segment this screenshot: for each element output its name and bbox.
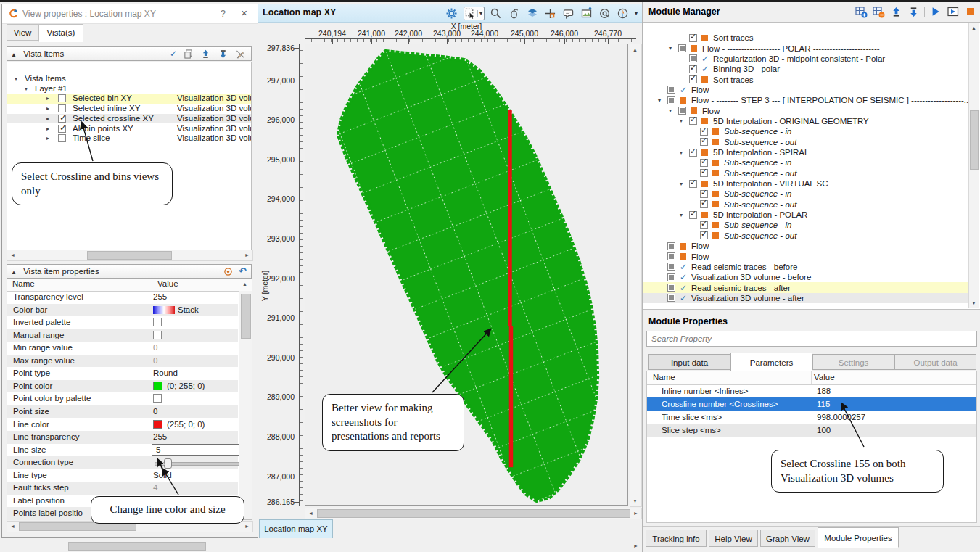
property-row[interactable]: Point color by palette [7,392,238,405]
expander-icon[interactable]: ▾ [680,118,689,124]
vista-item-properties-header[interactable]: ▲ Vista item properties ↶ [7,264,252,279]
module-tree-row[interactable]: ▾✓5D Interpolation - VIRTUAL SC [643,178,970,189]
checkbox[interactable] [678,107,686,115]
scrollbar-thumb[interactable] [241,294,251,339]
checkbox[interactable]: ✓ [689,211,697,219]
checkbox[interactable] [667,242,675,250]
move-up-icon[interactable] [889,6,902,18]
stop-icon[interactable] [964,6,977,18]
checkbox[interactable] [667,263,675,271]
module-tree-row[interactable]: Flow [643,241,970,251]
tab-view[interactable]: View [7,24,38,41]
expander-icon[interactable]: ▾ [15,74,17,84]
module-tree-row[interactable]: ✓Flow [643,85,970,95]
checkbox[interactable]: ✓ [700,169,708,177]
module-tree-row[interactable]: ✓Read seismic traces - before [643,262,970,272]
expander-icon[interactable]: ▾ [669,45,678,52]
module-tree-row[interactable]: ✓Sort traces [643,33,970,43]
checkbox[interactable] [667,96,675,104]
property-row[interactable]: Color barStack [7,304,238,317]
scroll-left-icon[interactable]: ◄ [10,252,15,258]
import-icon[interactable] [199,48,212,60]
scroll-right-icon[interactable]: ► [244,524,250,529]
module-tree-row[interactable]: ▾Flow [643,105,970,115]
run-icon[interactable] [929,6,942,18]
tab-location-map-xy[interactable]: Location map XY [259,519,333,538]
tab-module-properties[interactable]: Module Properties [818,527,899,548]
property-row[interactable]: Connection type [7,456,238,469]
mouse-pointer-icon[interactable] [508,7,521,20]
parameter-row[interactable]: Inline number <Inlines>188 [647,384,976,397]
property-row[interactable]: Line size5 [7,444,238,457]
tab-output-data[interactable]: Output data [894,354,976,370]
app-horizontal-scrollbar[interactable]: ► [0,540,642,551]
line-size-editor[interactable]: 5 [152,444,242,456]
tab-settings[interactable]: Settings [812,354,894,370]
scroll-right-icon[interactable]: ► [633,543,638,548]
scroll-down-icon[interactable]: ▼ [971,300,976,305]
chevron-down-icon[interactable]: ▾ [477,10,484,17]
module-tree-row[interactable]: ✓Sub-sequence - in [643,126,970,136]
zoom-area-icon[interactable] [598,7,612,20]
add-module-icon[interactable] [855,6,868,18]
expander-icon[interactable]: ▾ [680,181,689,187]
vista-items-section-header[interactable]: ▲ Vista items ✓ [7,46,252,61]
property-row[interactable]: Transparency level255 [7,291,238,304]
help-button[interactable]: ? [221,8,226,19]
checkbox[interactable] [667,86,675,94]
property-row[interactable]: Line transparency255 [7,431,238,444]
module-tree-row[interactable]: ✓Read seismic traces - after [643,282,970,292]
parameter-row[interactable]: Crossline number <Crosslines>115 [647,397,976,411]
module-tree-row[interactable]: ✓Regularization 3D - midpoint consistent… [643,54,970,64]
checkbox[interactable]: ✓ [689,75,697,83]
zoom-icon[interactable] [490,7,503,20]
property-row[interactable]: Inverted palette [7,316,238,329]
color-swatch[interactable] [153,382,162,390]
tree-node-vista-items[interactable]: ▾Vista Items [7,74,251,84]
crosshair-icon[interactable] [544,7,557,20]
checkbox[interactable] [667,294,675,302]
property-row[interactable]: Fault ticks step4 [7,482,238,495]
module-tree-scrollbar[interactable]: ▲ ▼ [968,23,979,308]
tab-help-view[interactable]: Help View [709,530,758,547]
remove-module-icon[interactable] [872,6,885,18]
module-tree-row[interactable]: ▾✓5D Interpolation - ORIGINAL GEOMETRY [643,116,970,126]
scroll-up-icon[interactable]: ▲ [971,25,976,30]
tab-tracking-info[interactable]: Tracking info [646,530,707,547]
checkbox[interactable] [58,94,66,102]
no-edit-icon[interactable] [234,48,247,60]
parameter-row[interactable]: Time slice <ms>998.0000257 [647,411,976,424]
expander-icon[interactable]: ▾ [680,149,689,156]
module-tree-row[interactable]: ✓Sub-sequence - in [643,189,970,199]
module-tree-row[interactable]: ✓Sort traces [643,74,970,84]
module-tree-row[interactable]: ✓Visualization 3D volume - after [643,293,970,303]
run-flow-icon[interactable] [947,6,960,18]
scroll-down-icon[interactable]: ▼ [633,498,638,503]
comment-icon[interactable] [562,7,575,20]
tab-parameters[interactable]: Parameters [730,353,812,371]
color-swatch[interactable] [153,420,162,429]
map-horizontal-scrollbar[interactable]: ◄ ► [305,508,642,519]
module-tree-row[interactable]: ✓Visualization 3D volume - before [643,272,970,282]
vista-item-row[interactable]: ▸Time sliceVisualization 3D volum [7,133,251,144]
expander-icon[interactable]: ▾ [658,97,667,104]
module-tree-row[interactable]: ✓Sub-sequence - in [643,157,970,168]
parameter-row[interactable]: Slice step <ms>100 [647,424,976,437]
checkbox[interactable]: ✓ [700,221,708,229]
checkbox[interactable]: ✓ [700,128,708,136]
collapse-icon[interactable]: ▲ [11,269,17,276]
apply-check-icon[interactable]: ✓ [170,47,177,60]
property-row[interactable]: Max range value0 [7,355,238,368]
expander-icon[interactable]: ▸ [46,133,49,144]
expander-icon[interactable]: ▸ [46,124,49,134]
module-tree-row[interactable]: ✓✓Binning 3D - polar [643,64,970,74]
scrollbar-thumb[interactable] [317,509,630,518]
gear-icon[interactable] [445,7,458,20]
expander-icon[interactable]: ▾ [680,212,689,218]
export-image-icon[interactable] [580,7,593,20]
move-down-icon[interactable] [907,6,920,18]
expander-icon[interactable]: ▸ [46,94,49,104]
vista-item-row[interactable]: ▸Selected bin XYVisualization 3D volum [7,94,251,104]
colorbar-swatch[interactable] [153,306,175,314]
copy-icon[interactable] [181,48,194,60]
